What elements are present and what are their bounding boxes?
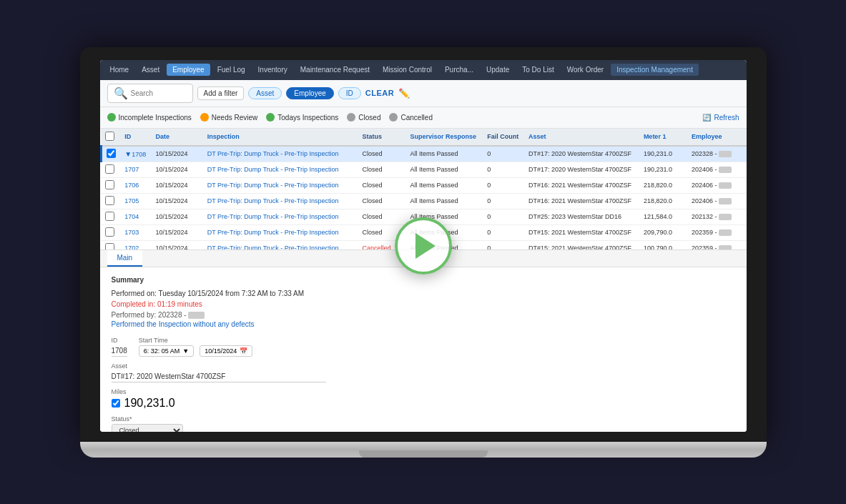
nav-inspection-management[interactable]: Inspection Management [611,64,699,76]
clear-button[interactable]: CLEAR [365,89,394,97]
status-label: Status* [112,415,735,423]
row-checkbox[interactable] [105,212,114,221]
row-date: 10/15/2024 [152,162,203,177]
search-input[interactable] [131,89,188,97]
row-supervisor: All Items Passed [405,162,483,177]
row-employee: 202132 - [687,209,747,224]
detail-content: Summary Performed on: Tuesday 10/15/2024… [100,267,747,432]
time-dropdown-icon[interactable]: ▼ [182,347,189,355]
filter-asset-tag[interactable]: Asset [248,87,282,99]
id-label: ID [112,337,127,344]
laptop-container: Home Asset Employee Fuel Log Inventory M… [80,47,767,458]
row-meter: 209,790.0 [639,224,687,240]
play-button[interactable] [395,217,452,275]
th-supervisor[interactable]: Supervisor Response [405,129,483,146]
row-employee: 202406 - [687,162,747,177]
nav-employee[interactable]: Employee [167,64,210,76]
th-date[interactable]: Date [152,129,203,146]
row-asset: DT#15: 2021 WesternStar 4700ZSF [524,240,639,250]
nav-home[interactable]: Home [104,64,135,76]
row-id: 1702 [120,240,151,250]
nav-inventory[interactable]: Inventory [252,64,293,76]
table-row[interactable]: ▼1708 10/15/2024 DT Pre-Trip: Dump Truck… [101,146,747,162]
row-checkbox[interactable] [105,227,114,237]
status-closed[interactable]: Closed [347,113,380,122]
row-checkbox-cell[interactable] [101,146,120,162]
table-row[interactable]: 1706 10/15/2024 DT Pre-Trip: Dump Truck … [101,177,747,193]
th-status[interactable]: Status [358,129,405,146]
row-asset: DT#16: 2021 WesternStar 4700ZSF [524,177,639,193]
row-checkbox-cell[interactable] [101,209,120,224]
row-inspection[interactable]: DT Pre-Trip: Dump Truck - Pre-Trip Inspe… [203,177,358,193]
status-select[interactable]: Closed Open Cancelled [112,424,183,432]
row-meter: 218,820.0 [639,177,687,193]
calendar-icon[interactable]: 📅 [240,347,247,355]
miles-label: Miles [112,388,735,395]
row-checkbox-cell[interactable] [101,177,120,193]
nav-fuel-log[interactable]: Fuel Log [212,64,251,76]
row-status: Closed [358,209,405,224]
row-checkbox-cell[interactable] [101,224,120,240]
row-checkbox-cell[interactable] [101,240,120,250]
laptop-base [80,442,767,458]
tab-main[interactable]: Main [107,250,143,267]
row-checkbox[interactable] [105,180,114,189]
table-row[interactable]: 1707 10/15/2024 DT Pre-Trip: Dump Truck … [101,162,747,177]
filter-id-tag[interactable]: ID [338,87,361,99]
miles-checkbox[interactable] [112,399,120,407]
th-asset[interactable]: Asset [524,129,639,146]
performed-by-text: Performed by: 202328 - [112,311,187,319]
refresh-button[interactable]: 🔄 Refresh [702,114,739,122]
th-fail[interactable]: Fail Count [483,129,524,146]
nav-todo[interactable]: To Do List [516,64,559,76]
row-checkbox[interactable] [107,149,116,158]
search-box[interactable]: 🔍 [107,84,193,103]
nav-update[interactable]: Update [481,64,515,76]
th-id[interactable]: ID [120,129,151,146]
add-filter-button[interactable]: Add a filter [197,87,245,100]
row-status: Closed [358,162,405,177]
row-inspection[interactable]: DT Pre-Trip: Dump Truck - Pre-Trip Inspe… [203,162,358,177]
performed-on: Performed on: Tuesday 10/15/2024 from 7:… [112,290,735,297]
row-asset: DT#17: 2020 WesternStar 4700ZSF [524,146,639,162]
th-employee[interactable]: Employee [687,129,747,146]
row-meter: 190,231.0 [639,146,687,162]
row-inspection[interactable]: DT Pre-Trip: Dump Truck - Pre-Trip Inspe… [203,209,358,224]
row-inspection[interactable]: DT Pre-Trip: Dump Truck - Pre-Trip Inspe… [203,193,358,209]
no-defects-text: Performed the Inspection without any def… [112,320,735,328]
status-needs-review[interactable]: Needs Review [200,113,257,122]
th-select [101,129,120,146]
row-inspection[interactable]: DT Pre-Trip: Dump Truck - Pre-Trip Inspe… [203,146,358,162]
edit-icon[interactable]: ✏️ [398,88,410,99]
nav-work-order[interactable]: Work Order [561,64,610,76]
nav-mission[interactable]: Mission Control [377,64,438,76]
status-cancelled[interactable]: Cancelled [389,113,432,122]
status-incomplete[interactable]: Incomplete Inspections [107,113,192,122]
row-expand-icon[interactable]: ▼ [124,150,132,158]
row-checkbox[interactable] [105,243,114,250]
row-fail: 0 [483,209,524,224]
row-checkbox-cell[interactable] [101,162,120,177]
row-inspection[interactable]: DT Pre-Trip: Dump Truck - Pre-Trip Inspe… [203,224,358,240]
nav-purchase[interactable]: Purcha... [439,64,479,76]
status-todays[interactable]: Todays Inspections [266,113,338,122]
row-asset: DT#16: 2021 WesternStar 4700ZSF [524,193,639,209]
select-all-checkbox[interactable] [105,132,114,141]
filter-employee-tag[interactable]: Employee [286,87,333,99]
row-inspection[interactable]: DT Pre-Trip: Dump Truck - Pre-Trip Inspe… [203,240,358,250]
id-value: 1708 [112,345,127,357]
row-date: 10/15/2024 [152,193,203,209]
table-row[interactable]: 1705 10/15/2024 DT Pre-Trip: Dump Truck … [101,193,747,209]
incomplete-label: Incomplete Inspections [119,114,192,122]
date-input[interactable]: 10/15/2024 📅 [200,345,252,357]
start-time-input[interactable]: 6: 32: 05 AM ▼ [139,345,194,357]
th-inspection[interactable]: Inspection [203,129,358,146]
th-meter[interactable]: Meter 1 [639,129,687,146]
nav-maintenance[interactable]: Maintenance Request [295,64,375,76]
refresh-icon: 🔄 [702,114,711,122]
row-checkbox[interactable] [105,196,114,205]
nav-asset[interactable]: Asset [136,64,165,76]
row-checkbox[interactable] [105,164,114,174]
row-checkbox-cell[interactable] [101,193,120,209]
row-fail: 0 [483,193,524,209]
